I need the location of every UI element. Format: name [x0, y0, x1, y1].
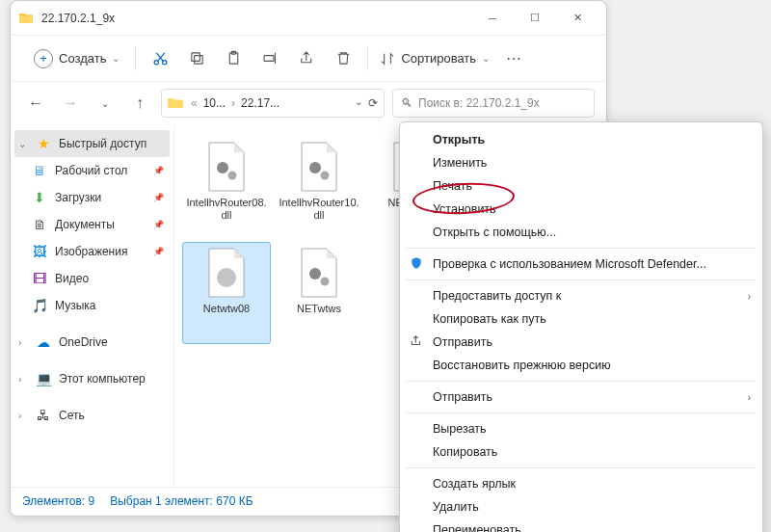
up-button[interactable]: ↑: [126, 90, 153, 117]
chevron-right-icon: ›: [748, 392, 751, 403]
folder-icon: [168, 96, 183, 110]
document-icon: 🗎: [32, 217, 47, 232]
menu-share[interactable]: Отправить: [400, 331, 762, 354]
chevron-right-icon: ›: [18, 374, 28, 385]
back-button[interactable]: ←: [22, 90, 49, 117]
sort-button[interactable]: Сортировать ⌄: [376, 47, 493, 70]
menu-copy[interactable]: Копировать: [400, 440, 762, 464]
file-label: Netwtw08: [201, 303, 252, 315]
new-button[interactable]: + Создать ⌄: [26, 45, 127, 72]
dll-file-icon: [296, 141, 342, 193]
menu-print[interactable]: Печать: [400, 174, 762, 198]
file-label: NETwtws: [295, 303, 343, 315]
address-bar[interactable]: « 10... › 22.17... ⌄ ⟳: [161, 89, 385, 118]
sidebar-item-label: OneDrive: [59, 335, 108, 349]
inf-file-icon: [203, 247, 250, 299]
file-item[interactable]: IntellhvRouter10.dll: [275, 136, 363, 238]
sidebar-item-documents[interactable]: 🗎Документы📌: [11, 211, 173, 238]
addr-segment[interactable]: 10...: [201, 96, 227, 110]
svg-point-8: [228, 172, 237, 180]
search-input[interactable]: 🔍︎ Поиск в: 22.170.2.1_9x: [392, 89, 595, 118]
file-label: IntellhvRouter08.dll: [183, 197, 270, 222]
menu-restore[interactable]: Восстановить прежнюю версию: [400, 354, 762, 377]
navbar: ← → ⌄ ↑ « 10... › 22.17... ⌄ ⟳ 🔍︎ Поиск …: [11, 82, 606, 124]
svg-rect-3: [192, 53, 200, 62]
sidebar-item-label: Документы: [55, 218, 115, 231]
plus-icon: +: [34, 49, 53, 68]
cut-icon[interactable]: [144, 42, 176, 75]
more-icon[interactable]: ⋯: [497, 42, 530, 75]
svg-point-18: [309, 268, 321, 279]
menu-defender[interactable]: Проверка с использованием Microsoft Defe…: [400, 253, 762, 276]
chevron-down-icon: ⌄: [482, 53, 490, 64]
file-item[interactable]: NETwtws: [275, 242, 363, 344]
sidebar-item-label: Видео: [55, 272, 89, 285]
sidebar-item-label: Изображения: [55, 245, 127, 258]
chevron-down-icon: ⌄: [112, 53, 120, 64]
pin-icon: 📌: [153, 247, 164, 256]
pin-icon: 📌: [153, 193, 164, 202]
forward-button[interactable]: →: [57, 90, 84, 117]
svg-point-17: [217, 268, 236, 287]
paste-icon[interactable]: [217, 42, 250, 75]
chevron-right-icon: ›: [748, 291, 751, 302]
menu-give-access[interactable]: Предоставить доступ к›: [400, 284, 762, 307]
video-icon: 🎞: [32, 271, 47, 286]
delete-icon[interactable]: [327, 42, 359, 75]
rename-icon[interactable]: [253, 42, 286, 75]
desktop-icon: 🖥: [32, 163, 47, 178]
file-label: IntellhvRouter10.dll: [276, 197, 362, 222]
menu-create-shortcut[interactable]: Создать ярлык: [400, 472, 762, 495]
sidebar-item-label: Музыка: [55, 299, 95, 312]
sidebar-item-desktop[interactable]: 🖥Рабочий стол📌: [11, 157, 173, 184]
pc-icon: 💻: [36, 371, 51, 386]
sidebar-item-video[interactable]: 🎞Видео: [11, 265, 173, 292]
sidebar-item-quickaccess[interactable]: ⌄ ★ Быстрый доступ: [14, 130, 170, 157]
svg-point-19: [321, 278, 330, 286]
file-item[interactable]: IntellhvRouter08.dll: [182, 136, 271, 238]
sidebar-item-label: Быстрый доступ: [59, 137, 146, 150]
addr-segment[interactable]: 22.17...: [239, 96, 281, 110]
shield-icon: [410, 256, 423, 273]
picture-icon: 🖼: [32, 244, 47, 259]
menu-open-with[interactable]: Открыть с помощью...: [400, 221, 762, 244]
menu-open[interactable]: Открыть: [400, 128, 762, 151]
sidebar-item-label: Этот компьютер: [59, 372, 146, 386]
share-icon: [410, 334, 423, 351]
cloud-icon: ☁: [36, 334, 51, 350]
chevron-down-icon[interactable]: ⌄: [92, 90, 119, 117]
refresh-icon[interactable]: ⟳: [368, 96, 378, 110]
status-count: Элементов: 9: [22, 494, 94, 508]
search-icon: 🔍︎: [401, 96, 412, 110]
pin-icon: 📌: [153, 220, 164, 229]
menu-install[interactable]: Установить: [400, 198, 762, 221]
menu-edit[interactable]: Изменить: [400, 151, 762, 174]
menu-delete[interactable]: Удалить: [400, 495, 762, 519]
menu-copy-path[interactable]: Копировать как путь: [400, 307, 762, 331]
svg-point-10: [321, 172, 330, 180]
copy-icon[interactable]: [180, 42, 213, 75]
sidebar-item-music[interactable]: 🎵Музыка: [11, 292, 173, 319]
star-icon: ★: [36, 136, 51, 151]
share-icon[interactable]: [290, 42, 323, 75]
sidebar-item-network[interactable]: ›🖧Сеть: [11, 402, 173, 429]
sidebar-item-thispc[interactable]: ›💻Этот компьютер: [11, 365, 173, 392]
menu-cut[interactable]: Вырезать: [400, 417, 762, 440]
minimize-button[interactable]: ─: [471, 4, 514, 33]
search-placeholder: Поиск в: 22.170.2.1_9x: [418, 96, 540, 110]
menu-rename[interactable]: Переименовать: [400, 519, 762, 532]
chevron-right-icon: ›: [18, 411, 28, 421]
sidebar-item-label: Рабочий стол: [55, 164, 127, 177]
close-button[interactable]: ✕: [556, 4, 598, 33]
sidebar-item-downloads[interactable]: ⬇Загрузки📌: [11, 184, 173, 211]
file-item-selected[interactable]: Netwtw08: [182, 242, 271, 344]
sidebar-item-pictures[interactable]: 🖼Изображения📌: [11, 238, 173, 265]
window-title: 22.170.2.1_9x: [41, 12, 471, 25]
sidebar-item-onedrive[interactable]: ›☁OneDrive: [11, 329, 173, 356]
maximize-button[interactable]: ☐: [514, 4, 556, 33]
dll-file-icon: [203, 141, 250, 193]
menu-send-to[interactable]: Отправить›: [400, 386, 762, 409]
music-icon: 🎵: [32, 298, 47, 313]
chevron-down-icon[interactable]: ⌄: [355, 96, 362, 110]
svg-rect-6: [264, 56, 274, 62]
